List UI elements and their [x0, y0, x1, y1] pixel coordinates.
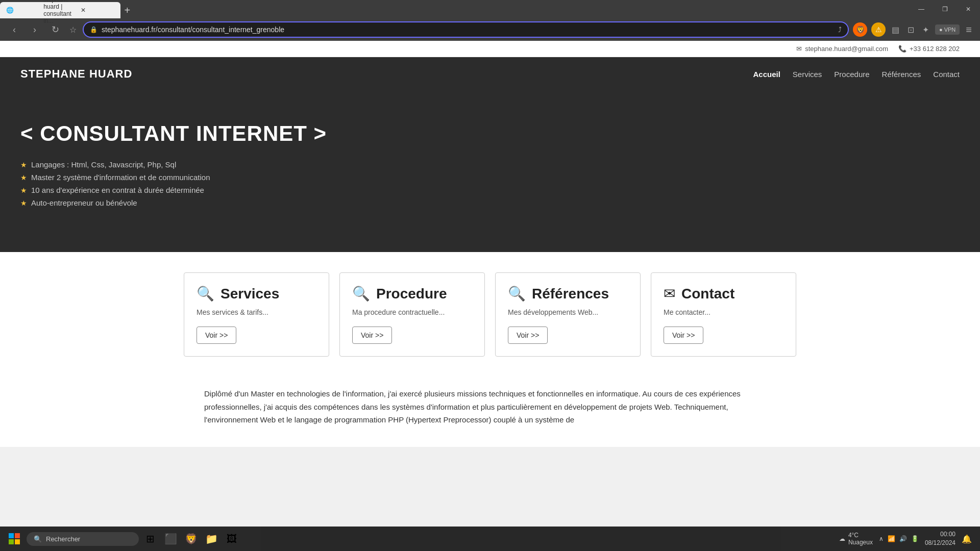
- svg-rect-3: [15, 539, 20, 544]
- search-icon-3: 🔍: [508, 285, 526, 302]
- network-icon: 📶: [888, 535, 895, 542]
- taskbar-right: ☁ 4°C Nuageux ∧ 📶 🔊 🔋 00:00 08/12/2024 🔔: [839, 530, 976, 547]
- menu-button[interactable]: ≡: [964, 22, 974, 38]
- new-tab-button[interactable]: +: [120, 3, 135, 18]
- search-icon-2: 🔍: [352, 285, 370, 302]
- feature-3: ★ 10 ans d'expérience en contrat à durée…: [20, 186, 960, 194]
- weather-widget: ☁ 4°C Nuageux: [839, 532, 873, 546]
- procedure-card-title: 🔍 Procedure: [352, 285, 472, 302]
- nav-procedure[interactable]: Procedure: [834, 70, 869, 79]
- active-tab[interactable]: 🌐 stephane huard | consultant in... ✕: [0, 2, 120, 18]
- services-desc: Mes services & tarifs...: [197, 308, 316, 316]
- minimize-button[interactable]: —: [910, 0, 933, 18]
- feature-3-text: 10 ans d'expérience en contrat à durée d…: [31, 186, 204, 194]
- feature-2: ★ Master 2 système d'information et de c…: [20, 173, 960, 182]
- references-card-title: 🔍 Références: [508, 285, 628, 302]
- weather-temp: 4°C: [848, 532, 873, 539]
- tab-title: stephane huard | consultant in...: [43, 0, 77, 24]
- nav-contact[interactable]: Contact: [933, 70, 960, 79]
- nav-services[interactable]: Services: [793, 70, 822, 79]
- feature-4: ★ Auto-entrepreneur ou bénévole: [20, 198, 960, 207]
- svg-rect-2: [9, 539, 14, 544]
- brave-taskbar-icon[interactable]: 🦁: [182, 530, 200, 548]
- contact-voir-button[interactable]: Voir >>: [664, 327, 703, 344]
- hero-title: < CONSULTANT INTERNET >: [20, 121, 960, 146]
- phone-icon: 📞: [898, 45, 906, 53]
- bio-text: Diplômé d'un Master en technologies de l…: [204, 387, 776, 427]
- share-icon[interactable]: ⤴: [838, 26, 842, 34]
- battery-icon: 🔋: [911, 535, 919, 542]
- cards-section: 🔍 Services Mes services & tarifs... Voir…: [0, 252, 980, 377]
- contact-desc: Me contacter...: [664, 308, 783, 316]
- contact-title: Contact: [681, 286, 734, 302]
- weather-info: 4°C Nuageux: [848, 532, 873, 546]
- brave-shields-icon[interactable]: 🦁: [853, 22, 867, 37]
- cards-grid: 🔍 Services Mes services & tarifs... Voir…: [184, 272, 796, 357]
- notification-icon[interactable]: 🔔: [962, 534, 972, 544]
- services-card-title: 🔍 Services: [197, 285, 316, 302]
- nav-accueil[interactable]: Accueil: [753, 70, 780, 79]
- task-view-button[interactable]: ⊞: [141, 530, 159, 548]
- bookmark-button[interactable]: ☆: [67, 23, 79, 37]
- star-icon-2: ★: [20, 173, 27, 182]
- system-clock[interactable]: 00:00 08/12/2024: [925, 530, 955, 547]
- start-button[interactable]: [4, 529, 24, 549]
- contact-card: ✉ Contact Me contacter... Voir >>: [651, 272, 796, 357]
- site-logo[interactable]: STEPHANE HUARD: [20, 67, 132, 81]
- close-button[interactable]: ✕: [957, 0, 980, 18]
- volume-icon: 🔊: [899, 535, 907, 542]
- url-input[interactable]: [102, 26, 834, 34]
- references-card: 🔍 Références Mes développements Web... V…: [495, 272, 641, 357]
- photos-icon[interactable]: 🖼: [223, 530, 241, 548]
- weather-desc: Nuageux: [848, 539, 873, 546]
- alert-icon[interactable]: ⚠: [871, 22, 886, 37]
- clock-time: 00:00: [925, 530, 955, 539]
- services-card: 🔍 Services Mes services & tarifs... Voir…: [184, 272, 329, 357]
- references-voir-button[interactable]: Voir >>: [508, 327, 548, 344]
- procedure-card: 🔍 Procedure Ma procedure contractuelle..…: [339, 272, 485, 357]
- hero-features: ★ Langages : Html, Css, Javascript, Php,…: [20, 160, 960, 207]
- feature-1: ★ Langages : Html, Css, Javascript, Php,…: [20, 160, 960, 169]
- feature-1-text: Langages : Html, Css, Javascript, Php, S…: [31, 160, 176, 169]
- taskbar-search-box[interactable]: 🔍 Rechercher: [27, 532, 139, 546]
- procedure-desc: Ma procedure contractuelle...: [352, 308, 472, 316]
- taskbar: 🔍 Rechercher ⊞ ⬛ 🦁 📁 🖼 ☁ 4°C Nuageux ∧ 📶…: [0, 527, 980, 551]
- forward-button[interactable]: ›: [27, 21, 43, 38]
- restore-button[interactable]: ❒: [933, 0, 957, 18]
- references-title: Références: [532, 286, 609, 302]
- ai-button[interactable]: ✦: [920, 23, 931, 37]
- refresh-button[interactable]: ↻: [47, 21, 63, 38]
- lock-icon: 🔒: [90, 26, 97, 33]
- back-button[interactable]: ‹: [6, 21, 22, 38]
- feature-2-text: Master 2 système d'information et de com…: [31, 173, 210, 182]
- phone-contact: 📞 +33 612 828 202: [898, 45, 960, 53]
- email-contact: ✉ stephane.huard@gmail.com: [796, 45, 888, 53]
- clock-date: 08/12/2024: [925, 539, 955, 547]
- services-voir-button[interactable]: Voir >>: [197, 327, 236, 344]
- sidebar-button[interactable]: ▤: [890, 23, 901, 37]
- references-desc: Mes développements Web...: [508, 308, 628, 316]
- svg-rect-1: [15, 533, 20, 538]
- explorer-icon[interactable]: 📁: [202, 530, 220, 548]
- address-bar[interactable]: 🔒 ⤴: [83, 21, 849, 38]
- star-icon-1: ★: [20, 161, 27, 169]
- star-icon-3: ★: [20, 186, 27, 194]
- windows-logo-icon: [8, 533, 20, 545]
- email-address: stephane.huard@gmail.com: [805, 45, 888, 53]
- site-nav: Accueil Services Procedure Références Co…: [753, 70, 960, 79]
- nav-bar: ‹ › ↻ ☆ 🔒 ⤴ 🦁 ⚠ ▤ ⊡ ✦ ● VPN ≡: [0, 18, 980, 41]
- website-content: ✉ stephane.huard@gmail.com 📞 +33 612 828…: [0, 41, 980, 447]
- nav-references[interactable]: Références: [882, 70, 921, 79]
- tab-close-button[interactable]: ✕: [81, 7, 114, 14]
- procedure-title: Procedure: [376, 286, 447, 302]
- taskbar-search-icon: 🔍: [34, 535, 42, 543]
- star-icon-4: ★: [20, 199, 27, 207]
- vpn-button[interactable]: ● VPN: [935, 24, 960, 35]
- profile-button[interactable]: ⊡: [905, 23, 916, 37]
- search-icon: 🔍: [197, 285, 214, 302]
- tab-favicon: 🌐: [6, 7, 39, 14]
- procedure-voir-button[interactable]: Voir >>: [352, 327, 392, 344]
- mail-icon: ✉: [664, 285, 675, 302]
- tray-chevron[interactable]: ∧: [879, 535, 884, 542]
- teams-icon[interactable]: ⬛: [161, 530, 180, 548]
